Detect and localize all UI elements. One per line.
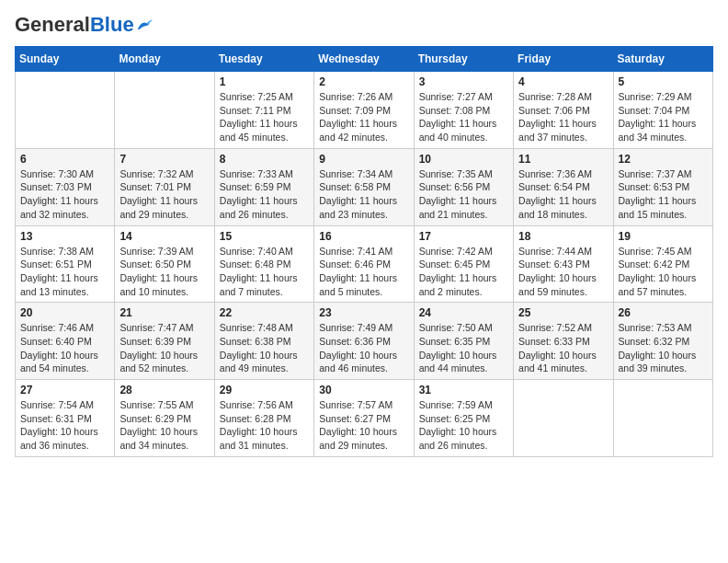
- day-info: Sunrise: 7:53 AM Sunset: 6:32 PM Dayligh…: [619, 321, 708, 375]
- logo-bird-icon: [136, 18, 153, 31]
- day-number: 27: [20, 384, 109, 396]
- calendar-day-cell: 7Sunrise: 7:32 AM Sunset: 7:01 PM Daylig…: [115, 148, 214, 225]
- day-number: 26: [619, 306, 708, 319]
- calendar-day-cell: 25Sunrise: 7:52 AM Sunset: 6:33 PM Dayli…: [514, 303, 613, 380]
- day-info: Sunrise: 7:26 AM Sunset: 7:09 PM Dayligh…: [319, 90, 408, 144]
- logo: GeneralBlue: [15, 15, 153, 35]
- day-info: Sunrise: 7:32 AM Sunset: 7:01 PM Dayligh…: [119, 167, 209, 222]
- calendar-table: SundayMondayTuesdayWednesdayThursdayFrid…: [15, 46, 713, 457]
- day-number: 25: [518, 306, 608, 319]
- day-number: 24: [419, 306, 508, 319]
- calendar-day-cell: 19Sunrise: 7:45 AM Sunset: 6:42 PM Dayli…: [613, 225, 712, 303]
- day-number: 11: [518, 153, 608, 166]
- calendar-day-cell: 26Sunrise: 7:53 AM Sunset: 6:32 PM Dayli…: [613, 303, 712, 380]
- day-number: 2: [319, 75, 408, 88]
- day-number: 18: [518, 230, 608, 243]
- calendar-day-cell: 8Sunrise: 7:33 AM Sunset: 6:59 PM Daylig…: [214, 148, 313, 225]
- calendar-day-cell: 12Sunrise: 7:37 AM Sunset: 6:53 PM Dayli…: [613, 148, 712, 225]
- calendar-day-cell: [514, 380, 613, 457]
- day-number: 28: [119, 384, 209, 396]
- day-info: Sunrise: 7:41 AM Sunset: 6:46 PM Dayligh…: [319, 245, 408, 299]
- weekday-header: Wednesday: [314, 47, 414, 72]
- day-number: 17: [419, 230, 508, 243]
- calendar-day-cell: 27Sunrise: 7:54 AM Sunset: 6:31 PM Dayli…: [16, 380, 115, 457]
- day-info: Sunrise: 7:49 AM Sunset: 6:36 PM Dayligh…: [319, 321, 408, 375]
- calendar-week-row: 20Sunrise: 7:46 AM Sunset: 6:40 PM Dayli…: [16, 303, 713, 380]
- calendar-day-cell: 2Sunrise: 7:26 AM Sunset: 7:09 PM Daylig…: [314, 72, 414, 149]
- weekday-header: Friday: [514, 47, 613, 72]
- day-info: Sunrise: 7:28 AM Sunset: 7:06 PM Dayligh…: [518, 90, 608, 144]
- day-info: Sunrise: 7:39 AM Sunset: 6:50 PM Dayligh…: [119, 245, 209, 299]
- day-number: 6: [20, 153, 109, 166]
- logo-general: General: [15, 13, 90, 36]
- day-info: Sunrise: 7:30 AM Sunset: 7:03 PM Dayligh…: [20, 167, 109, 222]
- day-info: Sunrise: 7:33 AM Sunset: 6:59 PM Dayligh…: [220, 167, 309, 222]
- calendar-week-row: 1Sunrise: 7:25 AM Sunset: 7:11 PM Daylig…: [16, 72, 713, 149]
- calendar-day-cell: [613, 380, 712, 457]
- calendar-day-cell: 9Sunrise: 7:34 AM Sunset: 6:58 PM Daylig…: [314, 148, 414, 225]
- day-info: Sunrise: 7:50 AM Sunset: 6:35 PM Dayligh…: [419, 321, 508, 375]
- calendar-day-cell: 4Sunrise: 7:28 AM Sunset: 7:06 PM Daylig…: [514, 72, 613, 149]
- calendar-day-cell: 5Sunrise: 7:29 AM Sunset: 7:04 PM Daylig…: [613, 72, 712, 149]
- calendar-day-cell: 20Sunrise: 7:46 AM Sunset: 6:40 PM Dayli…: [16, 303, 115, 380]
- day-info: Sunrise: 7:54 AM Sunset: 6:31 PM Dayligh…: [20, 398, 109, 453]
- day-info: Sunrise: 7:47 AM Sunset: 6:39 PM Dayligh…: [119, 321, 209, 375]
- calendar-week-row: 13Sunrise: 7:38 AM Sunset: 6:51 PM Dayli…: [16, 225, 713, 303]
- day-info: Sunrise: 7:57 AM Sunset: 6:27 PM Dayligh…: [319, 398, 408, 453]
- day-info: Sunrise: 7:37 AM Sunset: 6:53 PM Dayligh…: [619, 167, 708, 222]
- calendar-day-cell: 24Sunrise: 7:50 AM Sunset: 6:35 PM Dayli…: [414, 303, 513, 380]
- calendar-day-cell: 3Sunrise: 7:27 AM Sunset: 7:08 PM Daylig…: [414, 72, 513, 149]
- day-number: 22: [220, 306, 309, 319]
- weekday-header: Sunday: [16, 47, 115, 72]
- logo-blue: Blue: [90, 13, 134, 36]
- day-number: 5: [619, 75, 708, 88]
- day-info: Sunrise: 7:45 AM Sunset: 6:42 PM Dayligh…: [619, 245, 708, 299]
- day-info: Sunrise: 7:42 AM Sunset: 6:45 PM Dayligh…: [419, 245, 508, 299]
- day-info: Sunrise: 7:56 AM Sunset: 6:28 PM Dayligh…: [220, 398, 309, 453]
- day-info: Sunrise: 7:34 AM Sunset: 6:58 PM Dayligh…: [319, 167, 408, 222]
- weekday-header: Tuesday: [214, 47, 313, 72]
- day-number: 30: [319, 384, 408, 396]
- calendar-week-row: 27Sunrise: 7:54 AM Sunset: 6:31 PM Dayli…: [16, 380, 713, 457]
- calendar-day-cell: 17Sunrise: 7:42 AM Sunset: 6:45 PM Dayli…: [414, 225, 513, 303]
- day-number: 29: [220, 384, 309, 396]
- day-number: 13: [20, 230, 109, 243]
- day-number: 15: [220, 230, 309, 243]
- calendar-day-cell: 23Sunrise: 7:49 AM Sunset: 6:36 PM Dayli…: [314, 303, 414, 380]
- calendar-day-cell: 30Sunrise: 7:57 AM Sunset: 6:27 PM Dayli…: [314, 380, 414, 457]
- weekday-header: Monday: [115, 47, 214, 72]
- day-number: 21: [119, 306, 209, 319]
- day-info: Sunrise: 7:48 AM Sunset: 6:38 PM Dayligh…: [220, 321, 309, 375]
- day-number: 9: [319, 153, 408, 166]
- day-number: 1: [220, 75, 309, 88]
- page-header: GeneralBlue: [15, 15, 713, 35]
- calendar-day-cell: 13Sunrise: 7:38 AM Sunset: 6:51 PM Dayli…: [16, 225, 115, 303]
- day-number: 12: [619, 153, 708, 166]
- day-info: Sunrise: 7:25 AM Sunset: 7:11 PM Dayligh…: [220, 90, 309, 144]
- day-number: 10: [419, 153, 508, 166]
- calendar-week-row: 6Sunrise: 7:30 AM Sunset: 7:03 PM Daylig…: [16, 148, 713, 225]
- day-info: Sunrise: 7:27 AM Sunset: 7:08 PM Dayligh…: [419, 90, 508, 144]
- calendar-day-cell: 1Sunrise: 7:25 AM Sunset: 7:11 PM Daylig…: [214, 72, 313, 149]
- logo-text: GeneralBlue: [15, 15, 134, 35]
- day-number: 14: [119, 230, 209, 243]
- day-info: Sunrise: 7:29 AM Sunset: 7:04 PM Dayligh…: [619, 90, 708, 144]
- day-info: Sunrise: 7:40 AM Sunset: 6:48 PM Dayligh…: [220, 245, 309, 299]
- calendar-day-cell: 11Sunrise: 7:36 AM Sunset: 6:54 PM Dayli…: [514, 148, 613, 225]
- calendar-day-cell: 29Sunrise: 7:56 AM Sunset: 6:28 PM Dayli…: [214, 380, 313, 457]
- day-number: 16: [319, 230, 408, 243]
- day-number: 3: [419, 75, 508, 88]
- calendar-day-cell: [115, 72, 214, 149]
- weekday-header: Saturday: [613, 47, 712, 72]
- weekday-header-row: SundayMondayTuesdayWednesdayThursdayFrid…: [16, 47, 713, 72]
- calendar-day-cell: 6Sunrise: 7:30 AM Sunset: 7:03 PM Daylig…: [16, 148, 115, 225]
- day-number: 23: [319, 306, 408, 319]
- day-info: Sunrise: 7:59 AM Sunset: 6:25 PM Dayligh…: [419, 398, 508, 453]
- day-number: 4: [518, 75, 608, 88]
- calendar-day-cell: 22Sunrise: 7:48 AM Sunset: 6:38 PM Dayli…: [214, 303, 313, 380]
- calendar-day-cell: 28Sunrise: 7:55 AM Sunset: 6:29 PM Dayli…: [115, 380, 214, 457]
- calendar-day-cell: 16Sunrise: 7:41 AM Sunset: 6:46 PM Dayli…: [314, 225, 414, 303]
- calendar-day-cell: 10Sunrise: 7:35 AM Sunset: 6:56 PM Dayli…: [414, 148, 513, 225]
- calendar-day-cell: 14Sunrise: 7:39 AM Sunset: 6:50 PM Dayli…: [115, 225, 214, 303]
- day-info: Sunrise: 7:36 AM Sunset: 6:54 PM Dayligh…: [518, 167, 608, 222]
